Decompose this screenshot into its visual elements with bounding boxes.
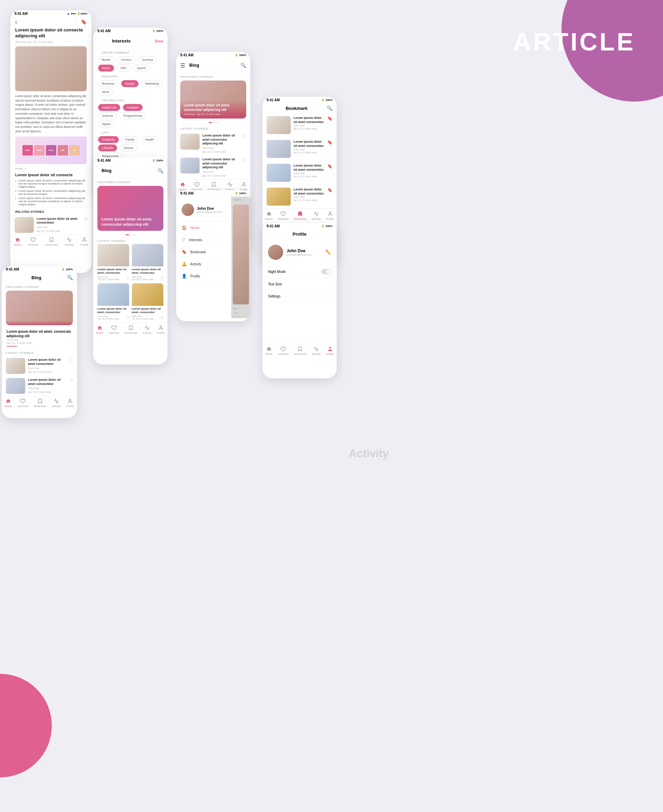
bookmark-list[interactable]: Lorem ipsum dolor sit amet consectetur J…: [262, 113, 337, 209]
svg-point-6: [329, 347, 331, 348]
nav-bookmark[interactable]: Bookmark: [294, 346, 306, 355]
search-icon[interactable]: 🔍: [240, 63, 246, 68]
story-bookmark-icon[interactable]: ⊡: [243, 157, 246, 161]
dot-2: [131, 234, 132, 235]
bullet-dot: •: [15, 190, 16, 196]
article-author: John Doe Apr 16 | 5 mins read: [15, 41, 87, 44]
bk-title: Lorem ipsum dolor sit amet consectetur: [294, 164, 325, 172]
carousel-dots: [93, 233, 168, 237]
nav-activity[interactable]: Activity: [312, 211, 320, 220]
profile-email: johndoe@gmail.com: [286, 253, 312, 256]
settings-row[interactable]: Settings ›: [262, 290, 337, 302]
drawer-nav-interests[interactable]: ♡ Interests: [176, 234, 231, 246]
chip-sports[interactable]: Sports: [133, 65, 150, 71]
bookmark-icon[interactable]: 🔖: [81, 19, 87, 25]
text-size-row[interactable]: Text Size ›: [262, 278, 337, 290]
nav-activity[interactable]: Activity: [65, 237, 73, 246]
story-info: Lorem ipsum dolor sit amet consectetur J…: [28, 378, 67, 394]
bk-bookmark-icon[interactable]: 🔖: [327, 188, 333, 193]
story-bookmark-icon[interactable]: ⊡: [70, 378, 73, 382]
nav-interests[interactable]: Interests: [18, 399, 28, 408]
nav-interests[interactable]: Interests: [109, 325, 120, 334]
story-date: Apr 16 | 5 mins read: [202, 150, 241, 153]
done-button[interactable]: Done: [155, 39, 163, 43]
chip-digital-life[interactable]: Digital Life: [98, 104, 120, 111]
grid-bookmark-1[interactable]: ⊡: [126, 276, 129, 280]
chip-lifestyle[interactable]: Lifestyle: [98, 144, 117, 151]
article-scroll[interactable]: Lorem ipsum dolor sit consecte adipiscin…: [10, 27, 92, 235]
profile-phone: 9:41 AM 🔋 100% Profile John Doe johndoe@…: [262, 223, 337, 378]
drawer-nav-bookmark[interactable]: 🔖 Bookmark: [176, 246, 231, 258]
menu-icon[interactable]: ☰: [180, 62, 185, 69]
nav-activity[interactable]: Activity: [52, 399, 60, 408]
chip-family[interactable]: Family: [121, 136, 139, 143]
bk-bookmark-icon[interactable]: 🔖: [327, 116, 333, 121]
heart-icon[interactable]: ♡: [73, 19, 78, 25]
nav-home[interactable]: Home: [265, 346, 272, 355]
chip-comics[interactable]: Comics: [117, 56, 135, 63]
nav-profile[interactable]: Profile: [326, 346, 334, 355]
battery-icon: 🔋 100%: [321, 99, 333, 102]
bk-bookmark-icon[interactable]: 🔖: [327, 164, 333, 169]
nav-profile[interactable]: Profile: [66, 399, 74, 408]
nav-bookmark[interactable]: Bookmark: [125, 325, 137, 334]
nav-profile[interactable]: Profile: [157, 325, 165, 334]
chip-money[interactable]: Money: [120, 144, 137, 151]
chip-gaming[interactable]: Gaming: [138, 56, 157, 63]
drawer-nav-label: Bookmark: [190, 250, 206, 254]
chip-health[interactable]: Health: [141, 136, 158, 143]
bk-author: John Doe: [294, 148, 325, 151]
chip-books[interactable]: Books: [98, 56, 114, 63]
search-icon[interactable]: 🔍: [67, 275, 73, 280]
search-icon[interactable]: 🔍: [327, 105, 333, 111]
nav-home[interactable]: Home: [14, 237, 21, 246]
nav-label: Profile: [157, 331, 165, 334]
chip-gadgets[interactable]: Gadgets: [123, 104, 142, 111]
bk-info: Lorem ipsum dolor sit amet consectetur J…: [294, 164, 325, 178]
nav-home[interactable]: Home: [265, 211, 272, 220]
chip-film[interactable]: Film: [117, 65, 130, 71]
grid-bookmark-2[interactable]: ⊡: [160, 276, 163, 280]
grid-bookmark-3[interactable]: ⊡: [126, 316, 129, 319]
bk-bookmark-icon[interactable]: 🔖: [327, 140, 333, 145]
article-title: Lorem ipsum dolor sit consecte adipiscin…: [15, 27, 87, 39]
nav-bookmark[interactable]: Bookmark: [45, 237, 58, 246]
nav-home[interactable]: Home: [96, 325, 103, 334]
related-title: RELATED STORIES: [10, 207, 92, 215]
chip-work[interactable]: Work: [98, 88, 113, 96]
nav-home[interactable]: Home: [5, 399, 12, 408]
nav-profile[interactable]: Profile: [80, 237, 88, 246]
nav-bookmark[interactable]: Bookmark: [294, 211, 306, 220]
nav-profile[interactable]: Profile: [326, 211, 334, 220]
chip-marketing[interactable]: Marketing: [141, 80, 163, 87]
nav-interests[interactable]: Interests: [28, 237, 39, 246]
chip-creativity[interactable]: Creativity: [98, 136, 119, 143]
edit-icon[interactable]: ✏️: [325, 250, 331, 255]
chip-space[interactable]: Space: [98, 121, 115, 128]
story-bookmark-icon[interactable]: ⊡: [243, 134, 246, 138]
status-time: 9:41 AM: [267, 224, 280, 228]
nav-activity[interactable]: Activity: [142, 325, 151, 334]
drawer-nav-home[interactable]: 🏠 Home: [176, 222, 231, 234]
chip-music[interactable]: Music: [98, 65, 114, 71]
search-icon[interactable]: 🔍: [157, 168, 163, 173]
chip-business[interactable]: Business: [98, 80, 118, 87]
drawer-nav-profile[interactable]: 👤 Profile: [176, 270, 231, 282]
bk-author: John Doe: [294, 196, 325, 199]
story-bookmark-icon[interactable]: ⊡: [85, 217, 87, 221]
chip-science[interactable]: Science: [98, 112, 117, 119]
chip-design[interactable]: Design: [121, 80, 139, 87]
night-mode-toggle[interactable]: [322, 269, 331, 274]
grid-author-2: John Doe: [132, 276, 154, 278]
back-icon[interactable]: ‹: [15, 19, 17, 25]
story-thumb: [6, 358, 25, 374]
grid-bookmark-4[interactable]: ⊡: [160, 316, 163, 319]
chip-programming[interactable]: Programming: [120, 112, 146, 119]
bk-date: Apr 16 | 5 mins read: [294, 199, 325, 202]
nav-interests[interactable]: Interests: [278, 211, 289, 220]
nav-interests[interactable]: Interests: [278, 346, 289, 355]
nav-activity[interactable]: Activity: [312, 346, 320, 355]
nav-bookmark[interactable]: Bookmark: [34, 399, 46, 408]
story-bookmark-icon[interactable]: ⊡: [70, 358, 73, 362]
drawer-nav-activity[interactable]: 🔔 Activity: [176, 258, 231, 270]
